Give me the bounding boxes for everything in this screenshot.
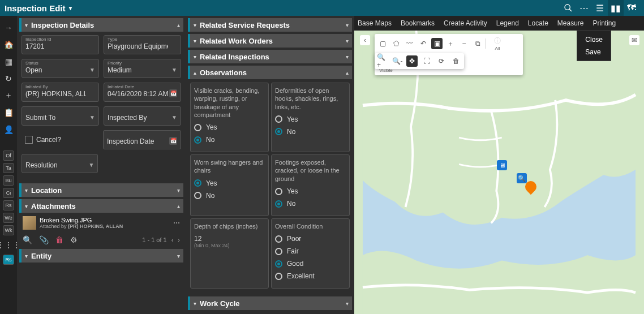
- nav-org-icon[interactable]: ▦: [2, 55, 15, 68]
- map-tab-basemaps[interactable]: Base Maps: [358, 19, 392, 27]
- cond-excellent[interactable]: Excellent: [275, 272, 346, 280]
- collapse-icon[interactable]: ▾: [346, 22, 349, 28]
- tool-add-icon[interactable]: ＋: [445, 38, 456, 49]
- priority-field[interactable]: Priority Medium ▼: [104, 59, 181, 78]
- map-tab-legend[interactable]: Legend: [496, 19, 519, 27]
- nav-shortcut-of[interactable]: Of: [3, 150, 14, 161]
- split-view-icon[interactable]: ▮▮: [608, 0, 624, 16]
- collapse-icon[interactable]: ▾: [177, 253, 180, 259]
- tool-copy-icon[interactable]: ⧉: [472, 38, 483, 49]
- nav-shortcut-rs2[interactable]: Rs: [3, 255, 14, 265]
- status-field[interactable]: Status Open ▼: [22, 59, 99, 78]
- nav-shortcut-bu[interactable]: Bu: [3, 175, 14, 186]
- submit-to-field[interactable]: Submit To ▼: [22, 106, 99, 126]
- delete-icon[interactable]: 🗑: [55, 235, 63, 244]
- map-tab-bookmarks[interactable]: Bookmarks: [401, 19, 435, 27]
- map-tab-printing[interactable]: Printing: [593, 19, 616, 27]
- collapse-icon[interactable]: ▴: [346, 70, 349, 76]
- inspection-date-field[interactable]: Inspection Date 📅: [103, 130, 181, 149]
- tool-select-icon[interactable]: ▣: [431, 38, 443, 49]
- tool-undo-icon[interactable]: ↶: [418, 38, 429, 49]
- map-view-icon[interactable]: 🗺: [624, 0, 639, 16]
- section-header-wc[interactable]: ▾ Work Cycle ▾: [188, 296, 352, 310]
- map-tab-measure[interactable]: Measure: [557, 19, 584, 27]
- zoom-in-icon[interactable]: 🔍+: [377, 55, 388, 67]
- more-icon[interactable]: ⋯: [576, 0, 592, 16]
- collapse-icon[interactable]: ▴: [177, 203, 180, 209]
- section-header-details[interactable]: ▾ Inspection Details ▴: [19, 18, 183, 32]
- nav-home-icon[interactable]: 🏠: [2, 38, 15, 51]
- collapse-icon[interactable]: ▾: [346, 38, 349, 44]
- tool-line-icon[interactable]: 〰: [404, 38, 415, 49]
- initiated-date-field[interactable]: Initiated Date 04/16/2020 8:12 AM 📅: [104, 83, 181, 102]
- collapse-icon[interactable]: ▾: [177, 187, 180, 193]
- obs-q2-no[interactable]: No: [275, 128, 346, 136]
- pager-next[interactable]: ›: [178, 236, 180, 243]
- tool-rectangle-icon[interactable]: ▢: [377, 38, 388, 49]
- obs-q4-yes[interactable]: Yes: [275, 187, 346, 195]
- calendar-icon[interactable]: 📅: [169, 137, 177, 145]
- collapse-icon[interactable]: ▾: [346, 300, 349, 307]
- nav-back-icon[interactable]: →: [2, 21, 15, 34]
- obs-q4-no[interactable]: No: [275, 200, 346, 208]
- attach-icon[interactable]: 📎: [39, 235, 49, 244]
- section-header-rsr[interactable]: ▾ Related Service Requests ▾: [188, 18, 352, 32]
- type-field[interactable]: Type Playground Equipment: [104, 35, 181, 54]
- inspection-id-field[interactable]: Inspection Id 17201: [22, 35, 99, 54]
- search-icon[interactable]: [560, 0, 576, 16]
- pan-icon[interactable]: ✥: [406, 55, 418, 67]
- obs-q3-yes[interactable]: Yes: [194, 179, 265, 187]
- obs-depth[interactable]: Depth of chips (inches) 12 (Min 0, Max 2…: [190, 218, 269, 289]
- more-icon[interactable]: ⋯: [173, 219, 180, 227]
- tool-remove-icon[interactable]: −: [458, 38, 470, 49]
- menu-save[interactable]: Save: [577, 46, 611, 58]
- nav-shortcut-we[interactable]: We: [3, 213, 14, 223]
- inspected-by-field[interactable]: Inspected By ▼: [104, 106, 181, 126]
- nav-user-icon[interactable]: 👤: [2, 123, 15, 136]
- attachment-row[interactable]: Broken Swing.JPG Attached by (PR) HOPKIN…: [19, 213, 183, 233]
- cond-fair[interactable]: Fair: [275, 247, 346, 255]
- map-tab-createactivity[interactable]: Create Activity: [444, 19, 487, 27]
- map-back-button[interactable]: ‹: [360, 35, 370, 45]
- obs-q3-no[interactable]: No: [194, 192, 265, 200]
- section-header-location[interactable]: ▾ Location ▾: [19, 183, 183, 197]
- nav-apps-icon[interactable]: ⋮⋮⋮: [2, 239, 15, 251]
- zoom-out-icon[interactable]: 🔍-: [392, 55, 403, 67]
- initiated-by-field[interactable]: Initiated By (PR) HOPKINS, ALLAN: [22, 83, 99, 102]
- nav-add-icon[interactable]: ＋: [2, 89, 15, 102]
- cond-good[interactable]: Good: [275, 260, 346, 268]
- nav-history-icon[interactable]: ↻: [2, 72, 15, 85]
- nav-shortcut-rs[interactable]: Rs: [3, 200, 14, 210]
- search-icon[interactable]: 🔍: [23, 235, 32, 244]
- pager-prev[interactable]: ‹: [171, 236, 174, 243]
- nav-clipboard-icon[interactable]: 📋: [2, 106, 15, 119]
- trash-icon[interactable]: 🗑: [450, 55, 462, 67]
- section-header-rwo[interactable]: ▾ Related Work Orders ▾: [188, 34, 352, 48]
- map-envelope-button[interactable]: ✉: [629, 35, 639, 45]
- obs-q1-yes[interactable]: Yes: [194, 123, 265, 131]
- tool-polygon-icon[interactable]: ⬠: [390, 38, 402, 49]
- map-marker-search[interactable]: 🔍: [517, 173, 527, 183]
- calendar-icon[interactable]: 📅: [169, 89, 177, 97]
- section-header-entity[interactable]: ▾ Entity ▾: [19, 249, 183, 263]
- section-header-obs[interactable]: ▴ Observations ▴: [188, 66, 352, 79]
- extent-icon[interactable]: ⛶: [421, 55, 432, 67]
- collapse-icon[interactable]: ▾: [346, 54, 349, 60]
- collapse-icon[interactable]: ▴: [177, 22, 180, 28]
- cancel-checkbox[interactable]: [25, 136, 33, 144]
- obs-q2-yes[interactable]: Yes: [275, 115, 346, 123]
- list-view-icon[interactable]: ☰: [592, 0, 608, 16]
- nav-shortcut-ta[interactable]: Ta: [3, 163, 14, 173]
- nav-shortcut-wk[interactable]: Wk: [3, 225, 14, 235]
- map-tab-locate[interactable]: Locate: [528, 19, 548, 27]
- resolution-field[interactable]: Resolution ▼: [22, 154, 98, 173]
- nav-shortcut-ci[interactable]: Ci: [3, 188, 14, 198]
- title-dropdown-caret[interactable]: ▼: [68, 5, 74, 11]
- menu-close[interactable]: Close: [577, 33, 611, 46]
- obs-q1-no[interactable]: No: [194, 136, 265, 144]
- settings-icon[interactable]: ⚙: [70, 235, 78, 244]
- section-header-attachments[interactable]: ▾ Attachments ▴: [19, 199, 183, 213]
- cond-poor[interactable]: Poor: [275, 235, 346, 243]
- section-header-ri[interactable]: ▾ Related Inspections ▾: [188, 50, 352, 63]
- tool-label-all[interactable]: All: [488, 46, 506, 51]
